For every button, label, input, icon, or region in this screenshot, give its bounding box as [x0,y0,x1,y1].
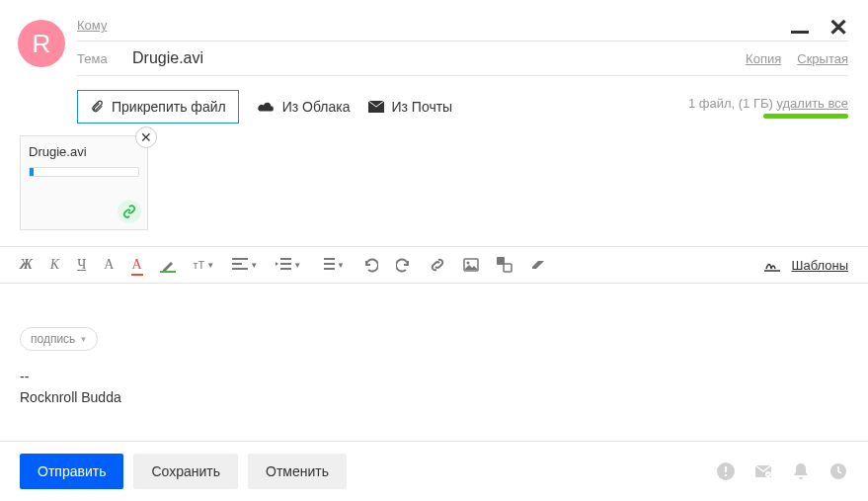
svg-rect-14 [504,264,512,272]
avatar: R [18,20,65,67]
delete-all-link[interactable]: удалить все [776,96,848,111]
cc-link[interactable]: Копия [746,51,781,66]
signature-divider: -- [20,367,848,387]
upload-progress-summary [763,114,848,119]
svg-rect-18 [725,474,727,476]
svg-rect-17 [725,466,727,472]
bg-color-button[interactable] [160,257,176,273]
mail-icon [368,101,384,113]
message-body[interactable]: подпись ▼ -- Rocknroll Budda [0,284,868,428]
remove-attachment-button[interactable]: ✕ [135,126,157,148]
editor-toolbar: Ж К Ч А А тТ▼ ▼ ▼ ▼ Шаблоны [0,246,868,284]
attach-from-mail-label: Из Почты [392,99,453,115]
attach-file-button[interactable]: Прикрепить файл [77,90,239,124]
attach-from-cloud[interactable]: Из Облака [257,99,351,115]
read-receipt-icon[interactable] [753,461,773,481]
important-icon[interactable] [716,461,736,481]
image-button[interactable] [463,257,479,273]
bcc-link[interactable]: Скрытая [797,51,848,66]
save-button[interactable]: Сохранить [133,454,238,489]
italic-button[interactable]: К [50,257,59,273]
chevron-down-icon: ▼ [79,335,87,344]
attach-from-cloud-label: Из Облака [282,99,351,115]
signature-dropdown-label: подпись [31,332,75,346]
link-icon [122,205,136,218]
svg-rect-1 [160,271,176,273]
attach-file-label: Прикрепить файл [112,99,226,115]
avatar-letter: R [33,29,51,59]
undo-button[interactable] [362,257,378,273]
attachment-link-badge[interactable] [118,200,141,223]
notify-icon[interactable] [791,461,811,481]
send-button[interactable]: Отправить [20,454,123,489]
list-button[interactable]: ▼ [319,257,345,273]
redo-button[interactable] [396,257,412,273]
templates-link[interactable]: Шаблоны [792,258,849,273]
svg-point-12 [466,262,469,265]
minimize-button[interactable] [791,31,809,34]
clear-format-button[interactable] [530,257,546,273]
signature-name: Rocknroll Budda [20,387,848,408]
subject-label: Тема [77,51,124,66]
bold-button[interactable]: Ж [20,257,33,273]
align-button[interactable]: ▼ [232,257,258,273]
font-size-button[interactable]: тТ▼ [194,259,215,271]
indent-button[interactable]: ▼ [276,257,301,273]
attachment-summary: 1 файл, (1 ГБ) удалить все [688,96,848,119]
highlight-button[interactable]: А [131,257,141,273]
translate-button[interactable] [497,257,513,273]
font-color-button[interactable]: А [104,257,114,273]
to-label[interactable]: Кому [77,18,124,33]
underline-button[interactable]: Ч [77,257,86,273]
close-button[interactable]: ✕ [829,16,848,40]
cancel-button[interactable]: Отменить [248,454,347,489]
link-button[interactable] [430,257,445,273]
signature-dropdown[interactable]: подпись ▼ [20,327,98,351]
attach-from-mail[interactable]: Из Почты [368,99,453,115]
attachment-count: 1 файл, (1 ГБ) [688,96,777,111]
attachment-progress [29,167,139,177]
cloud-icon [257,101,275,113]
schedule-icon[interactable] [829,461,848,481]
paperclip-icon [90,100,104,114]
signature-icon-button[interactable] [764,257,780,273]
subject-input[interactable]: Drugie.avi [132,49,746,67]
attachment-name: Drugie.avi [29,144,139,159]
attachment-card: ✕ Drugie.avi [20,135,148,230]
